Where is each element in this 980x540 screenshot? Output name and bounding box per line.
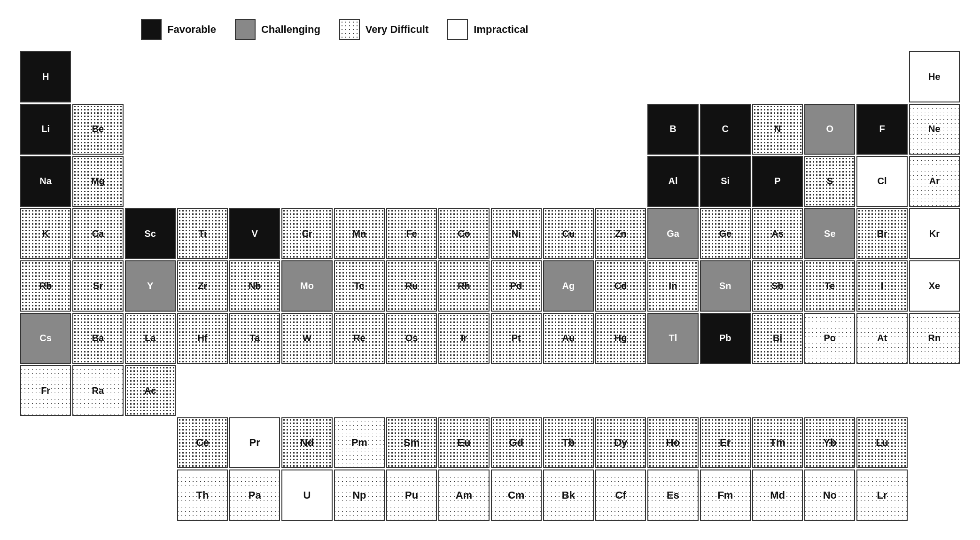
element-bi: Bi xyxy=(752,313,803,364)
element-be: Be xyxy=(72,104,123,155)
element-v: V xyxy=(229,208,280,259)
element-ga: Ga xyxy=(647,208,698,259)
element-c: C xyxy=(700,104,751,155)
element-kr: Kr xyxy=(909,208,960,259)
element-sb: Sb xyxy=(752,260,803,311)
element-fm: Fm xyxy=(700,470,751,520)
element-u: U xyxy=(281,470,332,520)
element-h: H xyxy=(20,51,71,102)
element-os: Os xyxy=(386,313,437,364)
element-tb: Tb xyxy=(543,417,594,468)
element-rn: Rn xyxy=(909,313,960,364)
element-na: Na xyxy=(20,156,71,207)
element-tc: Tc xyxy=(334,260,385,311)
element-es: Es xyxy=(647,470,698,520)
element-pd: Pd xyxy=(491,260,542,311)
legend-box-impractical xyxy=(447,19,468,40)
element-cl: Cl xyxy=(856,156,907,207)
legend-box-verydifficult xyxy=(339,19,360,40)
element-o: O xyxy=(804,104,855,155)
legend-challenging: Challenging xyxy=(235,19,320,40)
element-hf: Hf xyxy=(177,313,228,364)
element-b: B xyxy=(647,104,698,155)
element-ta: Ta xyxy=(229,313,280,364)
element-mg: Mg xyxy=(72,156,123,207)
empty-cell xyxy=(125,104,646,155)
element-al: Al xyxy=(647,156,698,207)
element-la: La xyxy=(125,313,176,364)
element-cr: Cr xyxy=(281,208,332,259)
element-sn: Sn xyxy=(700,260,751,311)
legend-label-challenging: Challenging xyxy=(261,23,320,36)
legend-verydifficult: Very Difficult xyxy=(339,19,428,40)
empty-cell xyxy=(909,417,960,468)
element-sr: Sr xyxy=(72,260,123,311)
element-ag: Ag xyxy=(543,260,594,311)
element-nb: Nb xyxy=(229,260,280,311)
element-tm: Tm xyxy=(752,417,803,468)
element-zn: Zn xyxy=(595,208,646,259)
empty-cell xyxy=(72,51,907,102)
empty-cell xyxy=(125,156,646,207)
element-y: Y xyxy=(125,260,176,311)
element-ac: Ac xyxy=(125,365,176,416)
element-xe: Xe xyxy=(909,260,960,311)
element-k: K xyxy=(20,208,71,259)
legend-box-challenging xyxy=(235,19,256,40)
fblock-grid: CePrNdPmSmEuGdTbDyHoErTmYbLuThPaUNpPuAmC… xyxy=(20,417,960,521)
element-sc: Sc xyxy=(125,208,176,259)
periodic-table-wrapper: HHeLiBeBCNOFNeNaMgAlSiPSClArKCaScTiVCrMn… xyxy=(20,51,960,521)
element-zr: Zr xyxy=(177,260,228,311)
element-fe: Fe xyxy=(386,208,437,259)
element-tl: Tl xyxy=(647,313,698,364)
element-ba: Ba xyxy=(72,313,123,364)
element-in: In xyxy=(647,260,698,311)
main-grid: HHeLiBeBCNOFNeNaMgAlSiPSClArKCaScTiVCrMn… xyxy=(20,51,960,416)
element-dy: Dy xyxy=(595,417,646,468)
element-cd: Cd xyxy=(595,260,646,311)
element-cs: Cs xyxy=(20,313,71,364)
legend: Favorable Challenging Very Difficult Imp… xyxy=(141,19,528,40)
element-md: Md xyxy=(752,470,803,520)
element-sm: Sm xyxy=(386,417,437,468)
empty-cell xyxy=(177,365,960,416)
element-se: Se xyxy=(804,208,855,259)
empty-cell xyxy=(909,470,960,520)
element-f: F xyxy=(856,104,907,155)
element-mo: Mo xyxy=(281,260,332,311)
element-cm: Cm xyxy=(491,470,542,520)
element-fr: Fr xyxy=(20,365,71,416)
legend-impractical: Impractical xyxy=(447,19,528,40)
element-yb: Yb xyxy=(804,417,855,468)
element-p: P xyxy=(752,156,803,207)
element-ir: Ir xyxy=(438,313,489,364)
element-no: No xyxy=(804,470,855,520)
element-as: As xyxy=(752,208,803,259)
element-pu: Pu xyxy=(386,470,437,520)
element-pa: Pa xyxy=(229,470,280,520)
element-br: Br xyxy=(856,208,907,259)
element-cf: Cf xyxy=(595,470,646,520)
legend-favorable: Favorable xyxy=(141,19,216,40)
element-cu: Cu xyxy=(543,208,594,259)
element-ne: Ne xyxy=(909,104,960,155)
element-ru: Ru xyxy=(386,260,437,311)
element-er: Er xyxy=(700,417,751,468)
element-te: Te xyxy=(804,260,855,311)
legend-label-verydifficult: Very Difficult xyxy=(366,23,428,36)
element-lr: Lr xyxy=(856,470,907,520)
periodic-table-container: Favorable Challenging Very Difficult Imp… xyxy=(0,0,980,540)
element-at: At xyxy=(856,313,907,364)
element-n: N xyxy=(752,104,803,155)
element-pr: Pr xyxy=(229,417,280,468)
element-ce: Ce xyxy=(177,417,228,468)
element-s: S xyxy=(804,156,855,207)
element-ho: Ho xyxy=(647,417,698,468)
element-pm: Pm xyxy=(334,417,385,468)
element-hg: Hg xyxy=(595,313,646,364)
element-ca: Ca xyxy=(72,208,123,259)
element-ra: Ra xyxy=(72,365,123,416)
element-gd: Gd xyxy=(491,417,542,468)
element-ge: Ge xyxy=(700,208,751,259)
element-nd: Nd xyxy=(281,417,332,468)
